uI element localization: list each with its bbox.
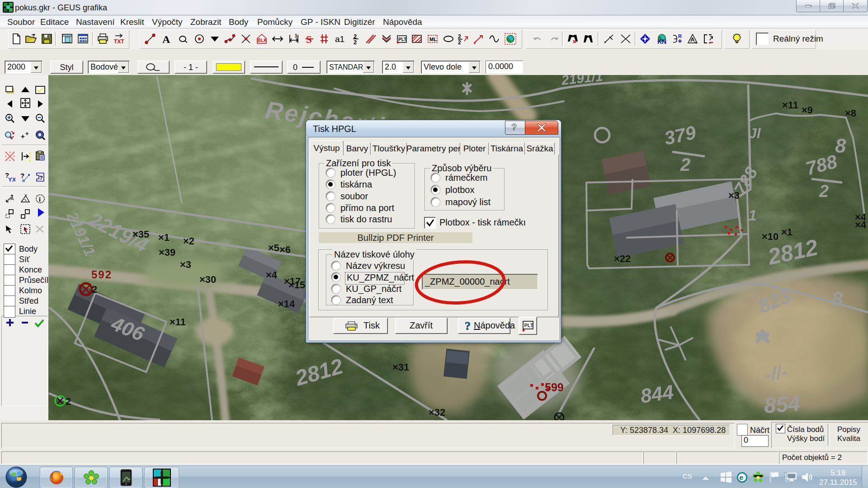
- svg-text:×32: ×32: [429, 407, 445, 418]
- svg-text:×35: ×35: [132, 229, 149, 240]
- svg-text:×11: ×11: [782, 99, 798, 111]
- svg-text:YX: YX: [8, 176, 15, 183]
- svg-text:?: ?: [39, 174, 43, 181]
- svg-text:e: e: [740, 474, 743, 481]
- svg-text:ML: ML: [429, 37, 437, 42]
- svg-text:BLK: BLK: [258, 38, 267, 43]
- svg-text:i: i: [39, 196, 41, 203]
- svg-text:PLT: PLT: [524, 323, 533, 328]
- svg-text:2: 2: [680, 155, 690, 174]
- svg-text:×5: ×5: [268, 242, 279, 253]
- svg-text:2: 2: [92, 284, 97, 295]
- svg-text:×10: ×10: [762, 231, 778, 242]
- svg-text:×4: ×4: [266, 269, 278, 281]
- svg-text:592: 592: [91, 268, 112, 281]
- svg-text:×1: ×1: [158, 232, 170, 243]
- svg-text:×1: ×1: [781, 226, 793, 238]
- svg-text:?: ?: [511, 122, 517, 132]
- svg-text:a1: a1: [335, 34, 344, 44]
- svg-text:844: 844: [639, 380, 675, 407]
- svg-text:×22: ×22: [614, 253, 631, 264]
- svg-text:8: 8: [835, 135, 846, 157]
- svg-text:1: 1: [295, 33, 297, 38]
- svg-text:×14: ×14: [278, 298, 295, 310]
- svg-text:854: 854: [763, 391, 801, 418]
- svg-text:2: 2: [819, 182, 829, 201]
- svg-text:KN: KN: [657, 38, 666, 45]
- svg-text:+: +: [21, 132, 25, 140]
- svg-text:2: 2: [66, 396, 71, 407]
- svg-text:×6: ×6: [279, 244, 291, 255]
- svg-text:?: ?: [20, 172, 24, 179]
- svg-text:2: 2: [458, 39, 461, 45]
- svg-text:8: 8: [831, 287, 843, 311]
- svg-text:A: A: [162, 33, 170, 45]
- svg-text:×2: ×2: [183, 235, 194, 247]
- svg-text:Jl: Jl: [749, 125, 761, 141]
- svg-text:×4: ×4: [855, 219, 867, 230]
- svg-text:A: A: [690, 36, 695, 43]
- svg-text:PLT: PLT: [398, 37, 406, 42]
- svg-text:TXT: TXT: [114, 38, 124, 45]
- svg-text:×8: ×8: [845, 108, 856, 119]
- svg-text:×39: ×39: [159, 247, 175, 258]
- svg-text:×9: ×9: [802, 104, 813, 116]
- svg-text:1: 1: [748, 206, 757, 224]
- svg-text:×11: ×11: [170, 316, 186, 328]
- svg-text:599: 599: [545, 381, 564, 394]
- svg-text:×31: ×31: [392, 361, 409, 373]
- svg-text:2: 2: [354, 39, 357, 45]
- svg-text:?: ?: [465, 320, 471, 332]
- svg-text:×3: ×3: [180, 259, 191, 270]
- svg-text:A: A: [10, 196, 14, 201]
- svg-text:+: +: [25, 130, 29, 137]
- svg-text:×30: ×30: [199, 274, 216, 285]
- svg-text:×15: ×15: [288, 279, 305, 291]
- svg-text:×3: ×3: [728, 190, 740, 201]
- svg-text:-//-: -//-: [764, 361, 789, 385]
- svg-text:R: R: [678, 33, 682, 39]
- svg-text:2: 2: [458, 33, 461, 40]
